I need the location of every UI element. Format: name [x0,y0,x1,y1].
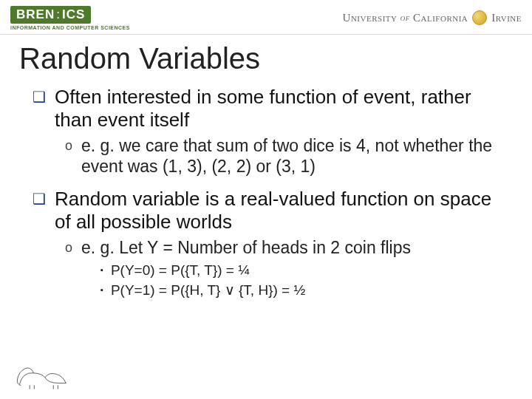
bullet-level2: o e. g. Let Y = Number of heads in 2 coi… [65,238,510,259]
circle-bullet-icon: o [65,238,72,259]
logo-main: BREN [16,7,55,22]
bullet-text: Random variable is a real-valued functio… [55,188,510,233]
bullet-level1: ❑ Often interested in some function of e… [33,86,510,132]
bullet-text: e. g. Let Y = Number of heads in 2 coin … [81,238,411,259]
anteater-mascot-icon [13,361,71,392]
slide-title: Random Variables [19,42,532,75]
university-label: University of California Irvine [343,10,522,25]
bullet-level2: o e. g. we care that sum of two dice is … [65,136,510,177]
bullet-text: Often interested in some function of eve… [55,86,510,132]
bullet-text: e. g. we care that sum of two dice is 4,… [81,136,510,177]
circle-bullet-icon: o [65,136,72,177]
slide-body: ❑ Often interested in some function of e… [0,86,532,299]
logo-colon: : [56,7,61,22]
small-square-bullet-icon: ▪ [100,262,103,279]
uci-seal-icon [472,10,487,25]
uni-of: of [400,12,410,24]
uni-left: University [343,12,398,24]
logo-subtitle: INFORMATION AND COMPUTER SCIENCES [10,25,130,30]
logo-suffix: ICS [62,7,85,22]
bren-logo: BREN : ICS [10,6,91,24]
bullet-level3: ▪ P(Y=0) = P({T, T}) = ¼ [100,262,510,279]
bullet-text: P(Y=1) = P({H, T} ∨ {T, H}) = ½ [111,282,305,299]
uni-irv: Irvine [491,12,522,24]
uni-cal: California [413,12,468,24]
square-bullet-icon: ❑ [33,188,46,233]
bullet-text: P(Y=0) = P({T, T}) = ¼ [111,262,250,279]
bullet-level3: ▪ P(Y=1) = P({H, T} ∨ {T, H}) = ½ [100,282,510,299]
square-bullet-icon: ❑ [33,86,46,132]
small-square-bullet-icon: ▪ [100,282,103,299]
bren-logo-block: BREN : ICS INFORMATION AND COMPUTER SCIE… [10,6,130,30]
bullet-level1: ❑ Random variable is a real-valued funct… [33,188,510,233]
header-bar: BREN : ICS INFORMATION AND COMPUTER SCIE… [0,0,532,35]
